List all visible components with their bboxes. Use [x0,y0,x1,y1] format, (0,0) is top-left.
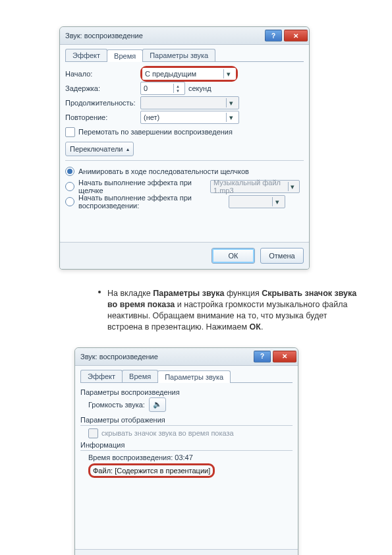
group-info: Информация [80,441,293,449]
on-play-combo: ▾ [229,195,285,208]
help-button[interactable]: ? [254,351,271,363]
speaker-icon: 🔈 [153,400,162,409]
tab-strip: Эффект Время Параметры звука [65,49,304,62]
highlight-file: Файл: [Содержится в презентации] [88,463,215,478]
chevron-down-icon: ▾ [226,98,236,107]
help-button[interactable]: ? [265,30,282,42]
dialog-title: Звук: воспроизведение [80,353,252,361]
radio-seq-clicks[interactable] [65,167,74,176]
radio-seq-clicks-label: Анимировать в ходе последовательности ще… [78,167,304,175]
cancel-button[interactable]: Отмена [260,248,304,264]
group-playback: Параметры воспроизведения [80,388,293,396]
repeat-combo[interactable]: (нет) ▾ [140,111,239,124]
dialog-footer: ОК Отмена [60,242,309,269]
dialog-title: Звук: воспроизведение [65,32,263,40]
dialog-sound-params: Звук: воспроизведение ? ✕ Эффект Время П… [74,347,298,556]
radio-on-play-label: Начать выполнение эффекта при воспроизве… [78,194,229,210]
tab-time[interactable]: Время [107,49,143,62]
titlebar[interactable]: Звук: воспроизведение ? ✕ [75,348,298,366]
duration-combo: ▾ [140,96,239,109]
radio-on-click-label: Начать выполнение эффекта при щелчке [78,179,210,194]
on-click-combo-value: Музыкальный файл 1.mp3 [213,179,288,194]
delay-unit: секунд [188,84,211,92]
switches-button[interactable]: Переключатели ▴ [65,142,134,156]
rewind-checkbox[interactable] [65,127,75,137]
chevron-down-icon: ▾ [272,197,282,206]
hide-icon-checkbox [88,428,98,438]
chevron-down-icon: ▾ [288,182,296,191]
chevron-down-icon: ▾ [226,113,236,122]
chevron-down-icon: ▾ [223,69,233,78]
tab-time[interactable]: Время [122,370,158,382]
ok-button[interactable]: ОК [211,248,255,264]
on-click-combo: Музыкальный файл 1.mp3 ▾ [210,180,300,193]
repeat-label: Повторение: [65,113,140,121]
highlight-start: С предыдущим ▾ [140,66,238,82]
tab-effect[interactable]: Эффект [65,49,107,61]
duration-label: Продолжительность: [65,99,140,107]
volume-button: 🔈 [149,397,166,412]
dialog-footer: ОК Отмена [75,549,298,556]
file-line: Файл: [Содержится в презентации] [88,463,293,478]
instruction-paragraph: На вкладке Параметры звука функция Скрыв… [30,288,362,333]
dialog-sound-time: Звук: воспроизведение ? ✕ Эффект Время П… [59,26,310,270]
switches-label: Переключатели [70,145,123,153]
delay-value: 0 [144,84,148,92]
start-combo[interactable]: С предыдущим ▾ [142,68,236,80]
delay-spinner[interactable]: 0 ▲▼ [140,82,185,95]
group-display: Параметры отображения [80,416,293,424]
volume-label: Громкость звука: [88,401,145,409]
close-button[interactable]: ✕ [273,351,296,363]
start-label: Начало: [65,70,140,78]
rewind-label: Перемотать по завершении воспроизведения [78,128,233,136]
dialog-body: Эффект Время Параметры звука Начало: С п… [60,45,309,242]
duration-line: Время воспроизведения: 03:47 [88,453,293,461]
radio-on-play[interactable] [65,197,74,206]
close-button[interactable]: ✕ [284,30,308,42]
tab-strip: Эффект Время Параметры звука [80,370,293,383]
dialog-body: Эффект Время Параметры звука Параметры в… [75,366,298,549]
bullet-icon [98,291,101,293]
start-combo-value: С предыдущим [145,70,196,78]
tab-effect[interactable]: Эффект [80,370,123,382]
repeat-combo-value: (нет) [144,113,159,121]
chevron-up-icon: ▴ [126,146,129,152]
tab-sound-params[interactable]: Параметры звука [157,370,231,383]
titlebar[interactable]: Звук: воспроизведение ? ✕ [60,27,309,45]
tab-sound-params[interactable]: Параметры звука [142,49,215,61]
delay-label: Задержка: [65,84,140,92]
hide-icon-label: скрывать значок звука во время показа [101,429,234,437]
radio-on-click[interactable] [65,182,74,191]
